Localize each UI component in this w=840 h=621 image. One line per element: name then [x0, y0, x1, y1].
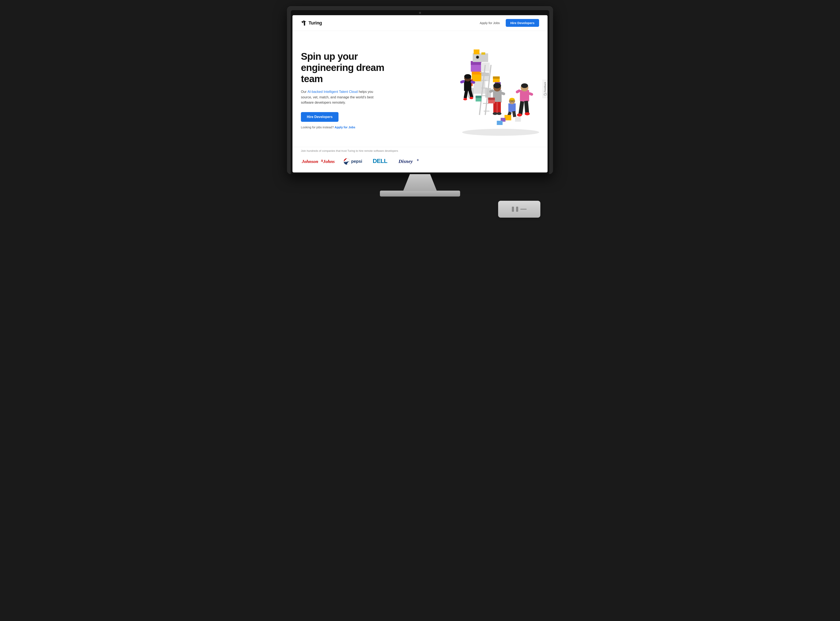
disney-logo: Disney +: [398, 157, 423, 166]
svg-text:Disney: Disney: [398, 159, 413, 164]
feedback-tab[interactable]: 💬 Feedback: [542, 80, 547, 98]
navbar: Turing Apply for Jobs Hire Developers: [293, 15, 547, 31]
svg-rect-71: [476, 95, 481, 98]
monitor-stand: [287, 174, 553, 197]
subtitle-prefix: Our: [301, 90, 308, 94]
jj-logo: Johnson & Johnson: [301, 157, 335, 166]
svg-point-34: [464, 74, 471, 79]
turing-logo-icon: [301, 20, 307, 26]
svg-rect-16: [474, 49, 479, 54]
mac-mini-port-2: [516, 207, 518, 212]
svg-point-39: [463, 98, 467, 100]
trust-section: Join hundreds of companies that trust Tu…: [293, 147, 547, 173]
logo-text: Turing: [308, 20, 322, 26]
svg-rect-13: [473, 53, 488, 62]
hero-subtitle: Our AI-backed Intelligent Talent Cloud h…: [301, 89, 381, 105]
screen-content: Turing Apply for Jobs Hire Developers Sp…: [293, 15, 547, 173]
svg-rect-73: [488, 97, 495, 100]
svg-text:DELL: DELL: [373, 158, 388, 164]
svg-rect-57: [520, 90, 529, 101]
svg-rect-45: [497, 102, 501, 114]
trust-text: Join hundreds of companies that trust Tu…: [301, 149, 539, 152]
svg-rect-69: [497, 121, 502, 125]
svg-point-59: [521, 83, 528, 88]
nav-right: Apply for Jobs Hire Developers: [480, 19, 539, 27]
svg-rect-44: [493, 102, 497, 114]
mac-mini-area: [287, 201, 553, 218]
mac-mini-port-1: [512, 207, 514, 212]
monitor-base: [380, 191, 460, 197]
hero-jobs-text: Looking for jobs instead? Apply for Jobs: [301, 126, 402, 129]
hero-title: Spin up your engineering dream team: [301, 51, 402, 85]
camera-dot: [419, 12, 421, 14]
svg-rect-66: [505, 115, 511, 121]
mac-mini-dash: [520, 209, 527, 210]
svg-rect-32: [464, 80, 471, 91]
svg-rect-50: [508, 103, 516, 112]
logo-container[interactable]: Turing: [301, 20, 322, 26]
svg-rect-17: [481, 52, 485, 55]
svg-point-63: [525, 112, 530, 115]
svg-point-15: [477, 56, 478, 58]
svg-point-40: [469, 97, 473, 99]
svg-point-62: [517, 114, 522, 117]
svg-text:Johnson: Johnson: [323, 159, 335, 164]
svg-rect-21: [493, 76, 500, 79]
hero-section: Spin up your engineering dream team Our …: [293, 31, 547, 147]
dell-logo: DELL: [373, 157, 390, 166]
mac-mini: [498, 201, 540, 218]
hero-illustration: [408, 39, 539, 141]
subtitle-highlight: AI-backed Intelligent Talent Cloud: [308, 90, 358, 94]
svg-text:Johnson: Johnson: [302, 159, 318, 164]
monitor-neck: [403, 174, 437, 191]
svg-rect-37: [464, 90, 468, 98]
apply-jobs-nav-link[interactable]: Apply for Jobs: [480, 21, 500, 25]
jobs-prefix-text: Looking for jobs instead?: [301, 126, 334, 129]
svg-text:pepsi: pepsi: [351, 159, 362, 164]
svg-marker-1: [301, 22, 304, 23]
feedback-icon: 💬: [544, 93, 546, 96]
pepsi-logo: pepsi: [343, 158, 364, 165]
screen-bezel: Turing Apply for Jobs Hire Developers Sp…: [291, 10, 549, 174]
logos-row: Johnson & Johnson pepsi: [301, 157, 539, 166]
monitor-frame: Turing Apply for Jobs Hire Developers Sp…: [287, 6, 553, 174]
svg-point-43: [493, 83, 501, 88]
hero-illustration-svg: [408, 39, 539, 141]
hire-developers-hero-button[interactable]: Hire Developers: [301, 112, 338, 122]
svg-rect-9: [481, 73, 489, 76]
svg-point-47: [497, 112, 501, 115]
hire-developers-nav-button[interactable]: Hire Developers: [506, 19, 539, 27]
svg-rect-60: [519, 101, 524, 115]
svg-point-2: [462, 129, 539, 136]
hero-left: Spin up your engineering dream team Our …: [301, 51, 408, 129]
apply-jobs-hero-link[interactable]: Apply for Jobs: [335, 126, 355, 129]
svg-point-46: [493, 112, 497, 115]
cta-button-wrapper: Hire Developers: [301, 112, 402, 126]
feedback-label: Feedback: [544, 82, 546, 92]
svg-text:+: +: [417, 158, 419, 162]
svg-rect-68: [515, 117, 521, 122]
